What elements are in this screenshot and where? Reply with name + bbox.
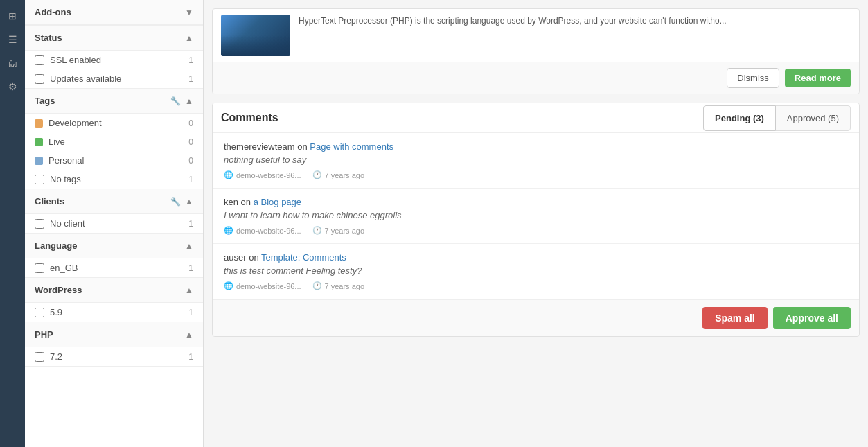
comment-meta-2: 🌐 demo-website-96... 🕐 7 years ago (224, 226, 848, 235)
clock-icon-2: 🕐 (312, 226, 322, 235)
no-client-item: No client 1 (25, 214, 203, 233)
approve-all-button[interactable]: Approve all (773, 307, 851, 329)
comment-time-1: 🕐 7 years ago (312, 170, 364, 179)
clients-chevron-icon: ▲ (185, 197, 193, 207)
tag-live-count: 0 (184, 137, 193, 147)
tag-live-item: Live 0 (25, 132, 203, 151)
comment-text-3: this is test comment Feeling testy? (224, 265, 848, 276)
comment-author-3: auser on Template: Comments (224, 252, 848, 263)
en-gb-count: 1 (184, 263, 193, 273)
notice-thumbnail (221, 15, 290, 56)
clients-section-header[interactable]: Clients 🔧 ▲ (25, 189, 203, 214)
clock-icon-1: 🕐 (312, 170, 322, 179)
dashboard-icon[interactable]: ⊞ (2, 6, 23, 26)
tag-development-item: Development 0 (25, 114, 203, 132)
tags-section: Tags 🔧 ▲ Development 0 Live 0 Personal 0… (25, 89, 203, 189)
comment-meta-3: 🌐 demo-website-96... 🕐 7 years ago (224, 281, 848, 290)
language-section-header[interactable]: Language ▲ (25, 234, 203, 258)
php-chevron-icon: ▲ (185, 330, 193, 340)
php-section-header[interactable]: PHP ▲ (25, 322, 203, 347)
icon-sidebar: ⊞ ☰ 🗂 ⚙ (0, 0, 25, 447)
php-section: PHP ▲ 7.2 1 (25, 322, 203, 367)
spam-all-button[interactable]: Spam all (702, 307, 768, 329)
en-gb-label: en_GB (50, 263, 178, 273)
ssl-enabled-checkbox[interactable] (35, 55, 44, 65)
wordpress-section: WordPress ▲ 5.9 1 (25, 278, 203, 322)
ssl-enabled-count: 1 (184, 55, 193, 65)
comments-tabs: Pending (3) Approved (5) (704, 105, 851, 131)
tag-notags-label: No tags (50, 174, 178, 184)
tag-notags-item: No tags 1 (25, 170, 203, 189)
comment-link-3[interactable]: Template: Comments (261, 252, 346, 263)
comments-card: Comments Pending (3) Approved (5) themer… (212, 103, 860, 337)
notice-footer: Dismiss Read more (213, 62, 859, 94)
tag-personal-item: Personal 0 (25, 151, 203, 170)
comment-text-1: nothing useful to say (224, 155, 848, 165)
comment-text-2: I want to learn how to make chinese eggr… (224, 210, 848, 220)
no-client-label: No client (50, 218, 178, 229)
briefcase-icon[interactable]: 🗂 (2, 53, 23, 73)
main-content: HyperText Preprocessor (PHP) is the scri… (204, 0, 868, 447)
comment-item: auser on Template: Comments this is test… (213, 244, 859, 299)
comment-item: ken on a Blog page I want to learn how t… (213, 189, 859, 244)
tag-development-count: 0 (184, 119, 193, 128)
tag-development-dot (35, 119, 43, 128)
tags-chevron-icon: ▲ (185, 96, 193, 106)
gear-icon[interactable]: ⚙ (2, 76, 23, 97)
list-icon[interactable]: ☰ (2, 29, 23, 50)
read-more-button[interactable]: Read more (785, 69, 851, 87)
wordpress-chevron-icon: ▲ (185, 286, 193, 295)
updates-available-item: Updates available 1 (25, 69, 203, 88)
clients-section: Clients 🔧 ▲ No client 1 (25, 189, 203, 234)
notice-card: HyperText Preprocessor (PHP) is the scri… (212, 8, 860, 94)
tag-personal-label: Personal (48, 155, 178, 166)
no-client-checkbox[interactable] (35, 219, 44, 229)
tag-development-label: Development (48, 118, 178, 128)
en-gb-item: en_GB 1 (25, 258, 203, 277)
status-section: Status ▲ SSL enabled 1 Updates available… (25, 26, 203, 89)
tag-live-label: Live (48, 137, 178, 147)
php-72-checkbox[interactable] (35, 352, 44, 362)
globe-icon-3: 🌐 (224, 281, 233, 290)
ssl-enabled-item: SSL enabled 1 (25, 51, 203, 69)
notice-text: HyperText Preprocessor (PHP) is the scri… (299, 15, 727, 56)
addons-section-header[interactable]: Add-ons ▼ (25, 0, 203, 25)
comment-time-2: 🕐 7 years ago (312, 226, 364, 235)
status-section-header[interactable]: Status ▲ (25, 26, 203, 51)
comment-author-2: ken on a Blog page (224, 197, 848, 207)
tag-personal-count: 0 (184, 156, 193, 166)
tab-pending[interactable]: Pending (3) (703, 105, 776, 131)
dismiss-button[interactable]: Dismiss (727, 68, 779, 88)
comments-title: Comments (221, 103, 704, 132)
clients-wrench-icon[interactable]: 🔧 (170, 197, 181, 207)
php-72-item: 7.2 1 (25, 347, 203, 366)
comment-link-2[interactable]: a Blog page (254, 197, 301, 207)
tag-notags-count: 1 (184, 175, 193, 184)
clock-icon-3: 🕐 (312, 281, 322, 290)
comment-link-1[interactable]: Page with comments (310, 141, 393, 152)
en-gb-checkbox[interactable] (35, 263, 44, 273)
tags-section-header[interactable]: Tags 🔧 ▲ (25, 89, 203, 114)
language-section: Language ▲ en_GB 1 (25, 234, 203, 278)
comment-site-1: 🌐 demo-website-96... (224, 170, 301, 179)
clients-label: Clients (35, 196, 64, 207)
php-label: PHP (35, 329, 53, 340)
wp-59-label: 5.9 (50, 307, 178, 317)
wordpress-label: WordPress (35, 285, 82, 295)
tag-notags-checkbox[interactable] (35, 175, 44, 184)
updates-available-label: Updates available (50, 73, 178, 84)
wp-59-checkbox[interactable] (35, 308, 44, 317)
comments-footer: Spam all Approve all (213, 299, 859, 336)
language-label: Language (35, 240, 77, 251)
wordpress-section-header[interactable]: WordPress ▲ (25, 278, 203, 303)
globe-icon-2: 🌐 (224, 226, 233, 235)
addons-chevron-icon: ▼ (185, 8, 193, 17)
tags-wrench-icon[interactable]: 🔧 (170, 96, 181, 106)
tag-live-dot (35, 138, 43, 146)
comment-meta-1: 🌐 demo-website-96... 🕐 7 years ago (224, 170, 848, 179)
comment-item: themereviewteam on Page with comments no… (213, 133, 859, 189)
comments-header: Comments Pending (3) Approved (5) (213, 103, 859, 133)
addons-label: Add-ons (35, 7, 71, 17)
tab-approved[interactable]: Approved (5) (775, 105, 851, 131)
updates-available-checkbox[interactable] (35, 74, 44, 84)
